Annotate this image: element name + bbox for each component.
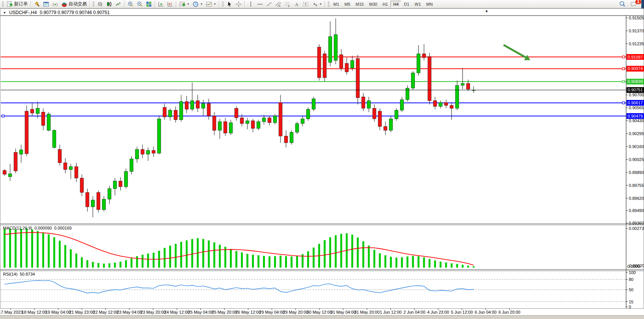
svg-text:0.91235: 0.91235 [629, 41, 644, 46]
candle [91, 200, 95, 207]
template-icon [206, 1, 212, 7]
chart-symbol-period: USDCHF-,H4 [9, 10, 37, 15]
auto-trading-button[interactable]: 自动交易 [60, 0, 88, 8]
text-button[interactable]: A [292, 0, 301, 8]
search-button[interactable] [617, 0, 627, 8]
timeframe-button-h4[interactable]: H4 [391, 1, 401, 8]
chart-ohlc-values: 0.90779 0.90779 0.90746 0.90751 [40, 10, 110, 15]
svg-text:A: A [295, 2, 298, 7]
chart-canvas[interactable]: 0.915050.913700.912350.907000.905650.904… [0, 8, 644, 315]
zoom-in-button[interactable] [126, 0, 135, 8]
candle [340, 55, 343, 68]
zoom-out-icon [137, 1, 143, 7]
candle [257, 122, 260, 129]
timeframe-button-d1[interactable]: D1 [401, 1, 412, 8]
timeframe-button-m5[interactable]: M5 [342, 1, 353, 8]
timeframe-button-mn[interactable]: MN [424, 1, 435, 8]
candle [389, 119, 393, 130]
toolbar-drag-handle[interactable] [222, 2, 224, 7]
zoom-out-button[interactable] [135, 0, 144, 8]
timeframe-button-m15[interactable]: M15 [353, 1, 366, 8]
macd-label: MACD(12,26,9) 0.000090 0.000169 [3, 226, 72, 230]
line-chart-button[interactable] [114, 0, 123, 8]
svg-text:0.002739: 0.002739 [629, 226, 644, 231]
zoom-in-icon [128, 1, 134, 7]
svg-text:23 May 04:00: 23 May 04:00 [117, 310, 142, 314]
chart-corner-dropdown-icon[interactable]: ▼ [485, 10, 488, 13]
svg-text:29 May 04:00: 29 May 04:00 [259, 310, 285, 314]
vline-button[interactable] [246, 0, 255, 8]
trendline-button[interactable] [265, 0, 274, 8]
fibonacci-button[interactable]: F [283, 0, 292, 8]
candle [196, 100, 199, 108]
text-label-button[interactable]: T [301, 0, 310, 8]
tile-windows-button[interactable] [144, 0, 153, 8]
candle [218, 122, 222, 131]
candle [102, 199, 106, 210]
candle [47, 114, 51, 131]
candle [202, 104, 205, 108]
hline-button[interactable] [255, 0, 265, 8]
chevron-down-icon[interactable]: ▼ [200, 3, 203, 5]
toolbar-drag-handle[interactable] [92, 2, 94, 7]
timeframe-button-w1[interactable]: W1 [412, 1, 424, 8]
shapes-button[interactable]: ▼ [310, 0, 324, 8]
candle [213, 116, 216, 131]
candle [411, 73, 415, 88]
candle [395, 110, 398, 119]
new-order-button-label: 新订单 [14, 1, 28, 7]
candlestick-button[interactable] [105, 0, 114, 8]
channel-button[interactable]: E [274, 0, 283, 8]
status-bar [0, 315, 644, 319]
market-watch-button[interactable] [41, 0, 51, 8]
crosshair-button[interactable] [234, 0, 243, 8]
chart-shift-button[interactable] [166, 0, 175, 8]
templates-button[interactable]: ▼ [204, 0, 218, 8]
chevron-down-icon[interactable]: ▼ [319, 3, 322, 5]
support-line-green-handle[interactable] [622, 80, 625, 83]
rsi-label: RSI(14) 50.8734 [3, 272, 35, 276]
crosshair-icon [236, 1, 242, 7]
chevron-down-icon[interactable]: ▼ [187, 3, 190, 5]
auto-trading-icon [61, 1, 67, 7]
bar-chart-button[interactable] [96, 0, 105, 8]
cursor-button[interactable] [225, 0, 234, 8]
notification-badge: 1 [635, 0, 641, 4]
candle [373, 108, 376, 119]
support-line-blue-2-handle[interactable] [2, 115, 4, 117]
svg-text:23 May 20:00: 23 May 20:00 [140, 310, 166, 314]
support-line-blue-1-handle[interactable] [622, 102, 625, 104]
chart-window[interactable]: 0.915050.913700.912350.907000.905650.904… [0, 8, 644, 315]
search-icon [619, 1, 626, 7]
indicators-button[interactable]: ▼ [178, 0, 191, 8]
candle [445, 102, 448, 105]
svg-text:26 May 12:00: 26 May 12:00 [236, 310, 261, 314]
toolbar-separator [124, 1, 125, 8]
svg-text:0.89360: 0.89360 [629, 221, 644, 225]
cursor-icon [226, 1, 233, 7]
candle [317, 47, 321, 78]
candle [417, 54, 420, 73]
timeframe-button-m30[interactable]: M30 [367, 1, 380, 8]
resistance-line-2-handle[interactable] [622, 67, 625, 70]
signals-button[interactable] [51, 0, 60, 8]
svg-text:6 Jun 20:00: 6 Jun 20:00 [499, 310, 521, 314]
toolbar-drag-handle[interactable] [328, 2, 330, 7]
chevron-down-icon[interactable]: ▼ [214, 3, 216, 5]
channel-icon: E [275, 1, 281, 7]
symbol-dropdown-icon[interactable]: ▼ [3, 11, 6, 14]
svg-text:18 May 12:00: 18 May 12:00 [22, 310, 47, 314]
signal-icon [52, 1, 58, 7]
tools-button[interactable] [32, 0, 41, 8]
candle [262, 118, 266, 122]
toolbar-separator [176, 1, 177, 8]
periods-button[interactable]: ▼ [191, 0, 204, 8]
new-order-button[interactable]: 新订单 [5, 0, 29, 8]
timeframe-button-h1[interactable]: H1 [380, 1, 391, 8]
timeframe-button-m1[interactable]: M1 [331, 1, 342, 8]
svg-text:5 Jun 12:00: 5 Jun 12:00 [451, 310, 473, 314]
auto-scroll-button[interactable] [156, 0, 166, 8]
svg-text:0.90565: 0.90565 [629, 105, 644, 110]
resistance-line-1-handle[interactable] [622, 56, 625, 58]
toolbar-drag-handle[interactable] [2, 2, 4, 7]
